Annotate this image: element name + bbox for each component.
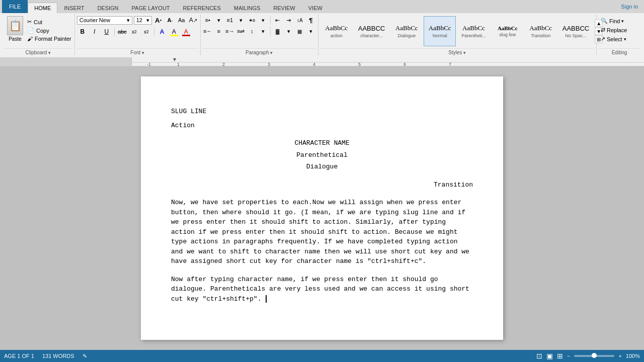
sort-button[interactable]: ↕A	[295, 15, 305, 25]
show-formatting-button[interactable]: ¶	[306, 15, 316, 25]
find-arrow[interactable]: ▾	[621, 19, 624, 24]
paste-icon: 📋	[7, 16, 23, 35]
underline-button[interactable]: U	[101, 26, 112, 37]
highlight-button[interactable]: A	[169, 26, 180, 37]
paste-label: Paste	[9, 36, 22, 42]
document-area: SLUG LINE Action CHARACTER NAME Parenthe…	[0, 66, 644, 350]
styles-group: AaBbCc action AABBCC character... AaBbCc…	[318, 14, 597, 55]
style-item-transition[interactable]: AaBbCc Transition	[525, 16, 557, 46]
select-icon: ↗	[601, 36, 605, 42]
shading-button[interactable]: ▓	[273, 26, 283, 36]
decrease-indent-button[interactable]: ⇤	[273, 15, 283, 25]
style-item-slug[interactable]: AaBbCc slug line	[492, 16, 524, 46]
view-web-icon[interactable]: ⊞	[557, 352, 563, 360]
format-painter-button[interactable]: 🖌 Format Painter	[26, 35, 72, 42]
clipboard-group: 📋 Paste ✂ Cut 📄 Copy 🖌 Format Pai	[2, 14, 75, 55]
borders-button[interactable]: ▦	[295, 26, 305, 36]
align-center-button[interactable]: ≡	[214, 26, 224, 36]
tab-mailings[interactable]: MAILINGS	[227, 3, 267, 13]
svg-text:4: 4	[313, 62, 315, 66]
bullets-arrow[interactable]: ▾	[214, 15, 224, 25]
font-divider1	[114, 27, 115, 36]
paragraph-expand-icon[interactable]: ▾	[270, 50, 273, 55]
superscript-button[interactable]: x2	[141, 26, 152, 37]
line-spacing-button[interactable]: ↕	[247, 26, 257, 36]
style-item-character[interactable]: AABBCC character...	[354, 16, 389, 46]
replace-button[interactable]: ⇄ Replace	[599, 26, 629, 34]
svg-text:3: 3	[268, 62, 270, 66]
cut-button[interactable]: ✂ Cut	[26, 18, 72, 26]
font-size-dropdown[interactable]: 12 ▾	[134, 16, 152, 25]
tab-view[interactable]: VIEW	[302, 3, 329, 13]
sign-in-link[interactable]: Sign in	[615, 2, 644, 12]
align-left-button[interactable]: ≡←	[203, 26, 213, 36]
paste-button[interactable]: 📋 Paste	[4, 15, 26, 43]
text-effects-button[interactable]: A	[156, 26, 168, 37]
zoom-level[interactable]: 100%	[626, 353, 640, 359]
find-button[interactable]: 🔍 Find ▾	[599, 17, 626, 25]
shading-arrow[interactable]: ▾	[284, 26, 294, 36]
clipboard-expand-icon[interactable]: ▾	[48, 50, 51, 55]
tab-home[interactable]: HOME	[28, 3, 57, 13]
align-right-button[interactable]: ≡→	[225, 26, 235, 36]
replace-label: Replace	[607, 27, 627, 33]
style-item-nospace[interactable]: AABBCC No Spac...	[558, 16, 594, 46]
copy-label: Copy	[36, 28, 49, 34]
tab-references[interactable]: REFERENCES	[177, 3, 227, 13]
italic-button[interactable]: I	[89, 26, 100, 37]
slug-line: SLUG LINE	[171, 107, 473, 117]
svg-text:5: 5	[358, 62, 361, 66]
style-preview-normal: AaBbCc	[429, 24, 451, 32]
style-item-normal[interactable]: AaBbCc Normal	[424, 16, 456, 46]
tab-row: FILE HOME INSERT DESIGN PAGE LAYOUT REFE…	[0, 0, 644, 13]
paragraph-group: ≡• ▾ ≡1 ▾ ⁕≡ ▾ ⇤ ⇥ ↕A ¶ ≡← ≡ ≡→ ≡⇌ ↕ ▾	[201, 14, 318, 55]
para-div1	[270, 16, 271, 25]
justify-button[interactable]: ≡⇌	[236, 26, 246, 36]
styles-expand-icon[interactable]: ▾	[463, 50, 466, 55]
svg-text:1: 1	[177, 62, 180, 66]
find-icon: 🔍	[601, 18, 608, 24]
borders-arrow[interactable]: ▾	[306, 26, 316, 36]
copy-button[interactable]: 📄 Copy	[26, 27, 72, 34]
view-print-icon[interactable]: ⊡	[536, 352, 542, 360]
strikethrough-button[interactable]: abc	[117, 26, 128, 37]
select-arrow[interactable]: ▾	[624, 37, 626, 42]
line-spacing-arrow[interactable]: ▾	[258, 26, 268, 36]
styles-gallery: AaBbCc action AABBCC character... AaBbCc…	[320, 16, 594, 46]
increase-indent-button[interactable]: ⇥	[284, 15, 294, 25]
body-paragraph-1: Now, we have set properties to each.Now …	[171, 198, 473, 266]
change-case-button[interactable]: Aa	[177, 15, 187, 25]
select-button[interactable]: ↗ Select ▾	[599, 35, 628, 43]
font-name-dropdown[interactable]: Courier New ▾	[77, 16, 132, 25]
view-full-icon[interactable]: ▣	[546, 352, 553, 360]
style-item-parenthetical[interactable]: AaBbCc Parentheti...	[457, 16, 491, 46]
multilevel-arrow[interactable]: ▾	[258, 15, 268, 25]
multilevel-button[interactable]: ⁕≡	[247, 15, 257, 25]
tab-design[interactable]: DESIGN	[91, 3, 125, 13]
style-item-dialogue[interactable]: AaBbCc Dialogue	[390, 16, 423, 46]
bullets-button[interactable]: ≡•	[203, 15, 213, 25]
tab-insert[interactable]: INSERT	[57, 3, 91, 13]
zoom-slider[interactable]	[574, 355, 614, 357]
font-group-label: Font ▾	[77, 48, 198, 55]
zoom-out-button[interactable]: −	[567, 353, 570, 359]
style-label-nospace: No Spac...	[565, 33, 586, 38]
numbering-arrow[interactable]: ▾	[236, 15, 246, 25]
font-color-button[interactable]: A	[181, 26, 192, 37]
bold-button[interactable]: B	[77, 26, 88, 37]
replace-icon: ⇄	[601, 27, 605, 33]
subscript-button[interactable]: x2	[129, 26, 140, 37]
style-item-action[interactable]: AaBbCc action	[320, 16, 353, 46]
tab-page-layout[interactable]: PAGE LAYOUT	[125, 3, 177, 13]
font-shrink-button[interactable]: A-	[165, 15, 175, 25]
numbering-button[interactable]: ≡1	[225, 15, 235, 25]
font-expand-icon[interactable]: ▾	[142, 50, 144, 55]
tab-review[interactable]: REVIEW	[267, 3, 301, 13]
font-name-arrow: ▾	[127, 17, 130, 24]
clear-formatting-button[interactable]: A↗	[188, 15, 198, 25]
font-grow-button[interactable]: A+	[153, 15, 164, 25]
edit-icon[interactable]: ✎	[83, 353, 87, 359]
zoom-in-button[interactable]: +	[618, 353, 621, 359]
tab-file[interactable]: FILE	[2, 0, 28, 13]
document-page[interactable]: SLUG LINE Action CHARACTER NAME Parenthe…	[141, 76, 503, 340]
